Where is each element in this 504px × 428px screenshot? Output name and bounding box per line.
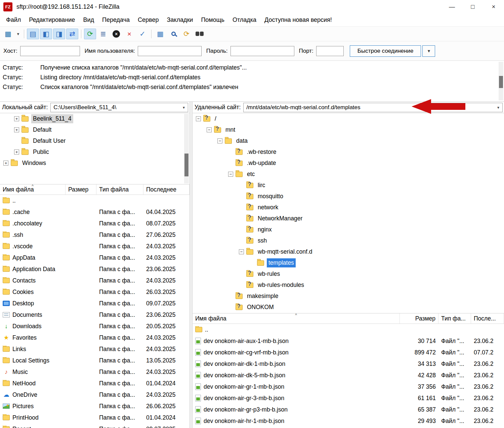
remote-file-row-dev-onokom-air-hr-1-mb-b-json[interactable]: dev onokom-air-hr-1-mb-b.json 29 493 Фай… [193,415,504,427]
remote-file-row-dev-onokom-air-gr-3-mb-b-json[interactable]: dev onokom-air-gr-3-mb-b.json 61 161 Фай… [193,392,504,404]
remote-tree-item-data[interactable]: − data [193,135,504,146]
filter-button[interactable] [167,29,179,39]
toggle-remote-tree-button[interactable]: ◨ [53,29,65,39]
remote-tree-item-wb-restore[interactable]: ? .wb-restore [193,146,504,158]
refresh-button[interactable]: ⟳ [84,29,96,39]
column-header-3[interactable]: Последнее [143,184,190,195]
quickconnect-button[interactable]: Быстрое соединение [350,45,421,57]
local-file-row-printhood[interactable]: PrintHood Папка с фа... 01.04.2024 [0,412,190,423]
sync-browsing-button[interactable]: ⟳ [180,29,193,39]
local-file-row-local-settings[interactable]: Local Settings Папка с фа... 13.05.2025 [0,355,190,366]
remote-tree-item-networkmanager[interactable]: ? NetworkManager [193,213,504,224]
local-file-row-links[interactable]: Links Папка с фа... 24.03.2025 [0,343,190,355]
menu-item-item[interactable]: Файл [2,16,25,24]
status-log-scrollbar[interactable] [499,62,503,100]
column-header-3[interactable]: После... [471,313,504,324]
remote-tree-item-wb-mqtt-serial-conf-d[interactable]: − wb-mqtt-serial.conf.d [193,246,504,257]
menu-item-item[interactable]: Редактирование [25,16,79,24]
maximize-button[interactable]: □ [462,0,483,13]
local-file-row-pictures[interactable]: Pictures Папка с фа... 26.06.2025 [0,400,190,412]
menu-item-item[interactable]: Доступна новая версия! [260,16,336,24]
remote-tree-item-mnt[interactable]: −? mnt [193,124,504,135]
menu-item-item[interactable]: Сервер [134,16,163,24]
remote-tree-item-lirc[interactable]: ? lirc [193,180,504,191]
remote-tree-item-item[interactable]: −? / [193,113,504,124]
local-file-row-downloads[interactable]: ↓Downloads Папка с фа... 20.05.2025 [0,320,190,332]
remote-file-row-dev-onokom-air-gr-p3-mb-b-json[interactable]: dev onokom-air-gr-p3-mb-b.json 65 387 Фа… [193,404,504,415]
local-path-combo[interactable]: C:\Users\Beelink_511_4\ ▾ [50,103,188,112]
column-header-2[interactable]: Тип файла [96,184,143,195]
local-file-row-item[interactable]: .. [0,195,190,206]
remote-tree-item-mosquitto[interactable]: ? mosquitto [193,191,504,202]
tree-expander-icon[interactable]: − [228,172,233,177]
remote-path-combo[interactable]: /mnt/data/etc/wb-mqtt-serial.conf.d/temp… [243,103,503,112]
local-file-row-documents[interactable]: Documents Папка с фа... 23.06.2025 [0,309,190,320]
tree-expander-icon[interactable]: − [196,116,201,121]
remote-file-row-dev-onokom-air-cg-vrf-mb-b-json[interactable]: dev onokom-air-cg-vrf-mb-b.json 899 472 … [193,347,504,358]
username-input[interactable] [138,46,202,56]
tree-expander-icon[interactable]: + [14,116,19,121]
remote-tree-item-wb-rules-modules[interactable]: ? wb-rules-modules [193,280,504,291]
local-file-row-favorites[interactable]: ★Favorites Папка с фа... 24.03.2025 [0,332,190,343]
remote-tree-item-wb-update[interactable]: ? .wb-update [193,158,504,169]
toggle-queue-button[interactable]: ⇄ [66,29,78,39]
disconnect-button[interactable]: × [123,29,135,39]
remote-tree-item-makesimple[interactable]: ? makesimple [193,291,504,302]
directory-compare-button[interactable]: ▦ [154,29,166,39]
menu-item-item[interactable]: Вид [79,16,98,24]
scrollbar-thumb[interactable] [184,154,188,176]
tree-expander-icon[interactable]: + [3,161,8,166]
local-file-row-chocolatey[interactable]: .chocolatey Папка с фа... 08.07.2025 [0,218,190,229]
local-file-row-music[interactable]: ♪Music Папка с фа... 24.03.2025 [0,366,190,378]
local-tree-item-beelink-511-4[interactable]: + Beelink_511_4 [0,113,190,124]
local-file-row-application-data[interactable]: Application Data Папка с фа... 23.06.202… [0,263,190,275]
menu-item-item[interactable]: Закладки [163,16,197,24]
tree-expander-icon[interactable]: + [14,149,19,155]
toggle-log-button[interactable]: ▤ [27,29,39,39]
remote-tree-item-etc[interactable]: − etc [193,169,504,180]
password-input[interactable] [230,46,294,56]
local-file-row-ssh[interactable]: .ssh Папка с фа... 27.06.2025 [0,229,190,241]
menu-item-item[interactable]: Помощь [197,16,228,24]
scrollbar-thumb[interactable] [499,76,503,88]
local-file-row-nethood[interactable]: NetHood Папка с фа... 01.04.2024 [0,378,190,389]
local-tree-item-public[interactable]: + Public [0,146,190,158]
local-tree-item-default[interactable]: + Default [0,124,190,135]
column-header-0[interactable]: Имя файла^ [0,184,66,195]
port-input[interactable] [316,46,344,56]
remote-file-row-item[interactable]: .. [193,324,504,335]
find-files-button[interactable] [194,29,206,39]
remote-tree-item-wb-rules[interactable]: ? wb-rules [193,268,504,280]
chevron-down-icon[interactable]: ▾ [494,105,502,110]
remote-file-row-dev-onokom-air-dk-5-mb-b-json[interactable]: dev onokom-air-dk-5-mb-b.json 42 428 Фай… [193,370,504,381]
menu-item-item[interactable]: Передача [98,16,134,24]
quickconnect-dropdown[interactable]: ▼ [422,45,435,57]
tree-expander-icon[interactable]: − [239,249,244,254]
column-header-1[interactable]: Размер [66,184,96,195]
tree-expander-icon[interactable]: − [217,138,222,143]
remote-file-row-dev-onokom-air-dk-1-mb-b-json[interactable]: dev onokom-air-dk-1-mb-b.json 34 313 Фай… [193,358,504,370]
column-header-2[interactable]: Тип фа... [438,313,471,324]
local-tree-item-windows[interactable]: + Windows [0,158,190,169]
remote-file-row-dev-onokom-air-aux-1-mb-b-json[interactable]: dev onokom-air-aux-1-mb-b.json 30 714 Фа… [193,335,504,347]
remote-tree-item-templates[interactable]: templates [193,257,504,268]
remote-file-row-dev-onokom-air-gr-1-mb-b-json[interactable]: dev onokom-air-gr-1-mb-b.json 37 356 Фай… [193,381,504,392]
minimize-button[interactable]: — [442,0,462,13]
local-file-row-recent[interactable]: Recent Папка с фа... 09.07.2025 [0,423,190,428]
panel-splitter[interactable] [190,102,192,428]
cancel-button[interactable]: × [110,29,122,39]
local-file-row-vscode[interactable]: .vscode Папка с фа... 24.03.2025 [0,241,190,252]
tree-expander-icon[interactable]: − [207,127,212,132]
toggle-local-tree-button[interactable]: ◧ [40,29,52,39]
tree-expander-icon[interactable]: + [14,127,19,132]
chevron-down-icon[interactable]: ▾ [180,105,188,110]
remote-tree-item-nginx[interactable]: ? nginx [193,224,504,235]
process-queue-button[interactable]: ≣ [97,29,109,39]
column-header-0[interactable]: Имя файла^ [193,313,400,324]
menu-item-item[interactable]: Отладка [228,16,260,24]
local-tree-item-default-user[interactable]: Default User [0,135,190,146]
host-input[interactable] [20,46,80,56]
remote-tree-item-onokom[interactable]: ? ONOKOM [193,302,504,313]
local-tree-scrollbar[interactable] [184,114,189,183]
local-file-row-contacts[interactable]: Contacts Папка с фа... 24.03.2025 [0,275,190,286]
